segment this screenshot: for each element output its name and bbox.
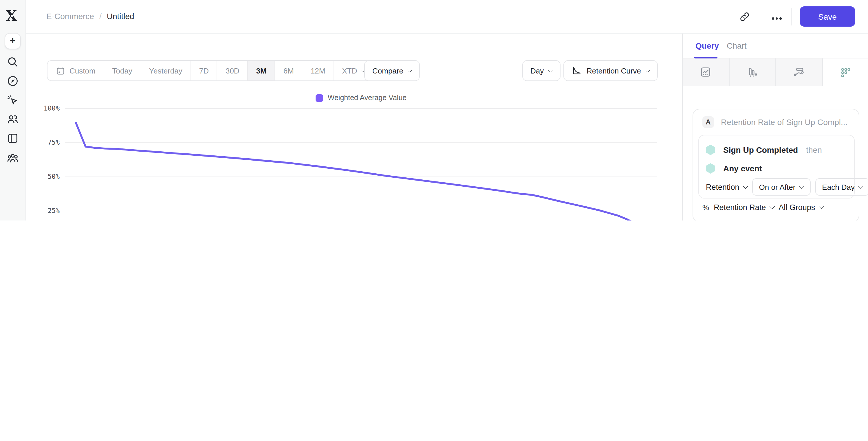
- compass-icon[interactable]: [6, 75, 19, 87]
- cursor-click-icon[interactable]: [6, 94, 19, 106]
- more-options-icon[interactable]: [772, 13, 783, 24]
- users-icon[interactable]: [6, 113, 19, 126]
- header-divider: [791, 8, 792, 26]
- plus-icon: +: [10, 35, 16, 47]
- chevron-down-icon: [743, 183, 748, 189]
- cohorts-icon[interactable]: [6, 152, 19, 164]
- percent-icon: %: [703, 203, 709, 212]
- library-icon[interactable]: [6, 132, 19, 145]
- retention-period-dropdown[interactable]: Each Day: [815, 178, 868, 196]
- tab-bar-chart-icon[interactable]: [729, 59, 776, 86]
- breadcrumb-separator: /: [99, 11, 102, 21]
- search-icon[interactable]: [6, 56, 19, 68]
- chevron-down-icon: [858, 183, 864, 189]
- analysis-type-tabs: [683, 59, 868, 86]
- step-letter-chip: A: [703, 116, 714, 128]
- share-link-icon[interactable]: [739, 11, 750, 23]
- query-panel: Query Chart: [682, 34, 868, 220]
- app-logo[interactable]: X: [6, 9, 20, 24]
- breadcrumb-parent[interactable]: E-Commerce: [46, 11, 94, 21]
- groups-dropdown[interactable]: All Groups: [778, 203, 823, 212]
- event-b-name[interactable]: Any event: [723, 164, 762, 173]
- chevron-down-icon: [799, 183, 804, 189]
- tab-line-chart-icon[interactable]: [683, 59, 729, 86]
- event-hexagon-icon: [706, 163, 715, 174]
- breadcrumb: E-Commerce / Untitled: [46, 11, 134, 21]
- breadcrumb-current[interactable]: Untitled: [107, 11, 134, 21]
- tab-chart[interactable]: Chart: [727, 41, 746, 50]
- event-hexagon-icon: [706, 145, 715, 155]
- event-sequence-card: Sign Up Completed then Any event Retenti…: [698, 135, 855, 198]
- report-canvas: CustomTodayYesterday7D30D3M6M12MXTD Comp…: [26, 34, 682, 220]
- metric-dropdown[interactable]: Retention Rate: [714, 203, 774, 212]
- app-root: X +: [0, 0, 868, 220]
- tab-query[interactable]: Query: [695, 41, 719, 50]
- event-then-label: then: [806, 145, 822, 155]
- panel-tabs: Query Chart: [683, 34, 868, 59]
- retention-mode-dropdown[interactable]: Retention: [706, 183, 748, 191]
- retention-operator-dropdown[interactable]: On or After: [752, 178, 811, 196]
- top-header: E-Commerce / Untitled Save: [26, 0, 868, 34]
- save-button[interactable]: Save: [800, 6, 855, 27]
- chevron-down-icon: [769, 203, 775, 209]
- new-item-button[interactable]: +: [5, 33, 21, 49]
- left-sidebar: X +: [0, 0, 26, 220]
- chevron-down-icon: [818, 203, 824, 209]
- tab-flow-icon[interactable]: [776, 59, 823, 86]
- retention-curve-line[interactable]: [26, 34, 682, 220]
- event-a-name[interactable]: Sign Up Completed: [723, 145, 798, 155]
- query-step-card: A Retention Rate of Sign Up Compl... Sig…: [692, 109, 859, 220]
- step-title[interactable]: Retention Rate of Sign Up Compl...: [721, 118, 847, 127]
- tab-retention-grid-icon[interactable]: [823, 59, 868, 86]
